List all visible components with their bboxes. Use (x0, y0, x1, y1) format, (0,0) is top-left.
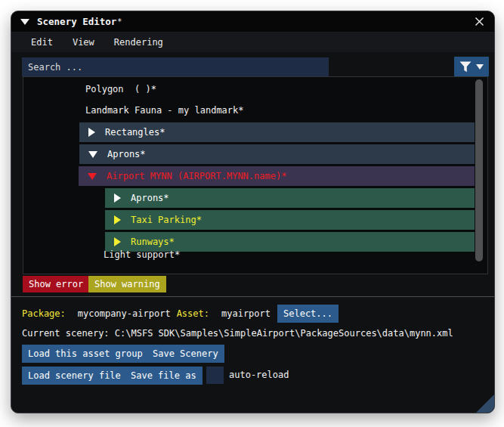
filter-funnel-icon (459, 61, 472, 73)
tree-scrollbar-thumb[interactable] (475, 79, 483, 261)
auto-reload-label: auto-reload (229, 370, 289, 380)
filter-dropdown-icon (476, 64, 484, 70)
package-info-row: Package: mycompany-airport Asset: myairp… (22, 307, 271, 320)
tree-group-label: Taxi Parking* (131, 215, 202, 225)
expand-arrow-icon[interactable] (114, 237, 121, 246)
tree-item-landmark-fauna[interactable]: Landmark Fauna - my landmark* (85, 105, 244, 116)
tree-group-rectangles[interactable]: Rectangles* (79, 122, 475, 142)
modified-marker: * (117, 17, 122, 26)
resize-grip[interactable] (475, 394, 495, 413)
expand-arrow-icon[interactable] (114, 215, 121, 224)
tree-item-polygon[interactable]: Polygon ( )* (85, 84, 156, 94)
search-input[interactable] (22, 57, 329, 76)
window-collapse-arrow-icon[interactable] (20, 19, 29, 25)
tree-group-label: Airport MYNN (AIRPORT.MYNN.name)* (107, 171, 286, 181)
auto-reload-checkbox[interactable] (206, 367, 224, 384)
menu-rendering[interactable]: Rendering (114, 37, 163, 48)
tree-group-aprons[interactable]: Aprons* (79, 144, 475, 164)
tree-group-airport-mynn[interactable]: Airport MYNN (AIRPORT.MYNN.name)* (79, 166, 475, 186)
window-title: Scenery Editor (37, 16, 116, 27)
package-value: mycompany-airport (78, 308, 171, 319)
menu-bar: Edit View Rendering (11, 32, 494, 52)
title-bar: Scenery Editor* (11, 11, 494, 32)
tree-group-taxi-parking[interactable]: Taxi Parking* (105, 210, 475, 230)
asset-value: myairport (221, 308, 271, 319)
load-asset-group-button[interactable]: Load this asset group (22, 345, 149, 363)
footer-divider (11, 296, 494, 297)
tree-group-label: Rectangles* (105, 127, 165, 138)
load-scenery-file-button[interactable]: Load scenery file (22, 367, 127, 385)
asset-label: Asset: (177, 308, 209, 319)
tree-group-label: Aprons* (107, 149, 146, 159)
expand-arrow-icon[interactable] (114, 193, 121, 203)
close-button[interactable] (473, 16, 485, 28)
tree-group-label: Aprons* (131, 193, 169, 203)
tree-group-airport-aprons[interactable]: Aprons* (105, 188, 475, 208)
menu-view[interactable]: View (73, 37, 94, 48)
scenery-tree-panel: Polygon ( )* Landmark Fauna - my landmar… (23, 76, 488, 274)
tree-item-light-support[interactable]: Light support* (104, 249, 180, 260)
filter-button[interactable] (454, 57, 489, 76)
tree-group-label: Runways* (131, 237, 175, 247)
save-file-as-button[interactable]: Save file as (125, 367, 203, 385)
menu-edit[interactable]: Edit (31, 37, 53, 48)
select-asset-button[interactable]: Select... (277, 305, 339, 323)
scenery-editor-window: Scenery Editor* Edit View Rendering Poly… (11, 11, 495, 413)
package-label: Package: (22, 308, 66, 319)
collapse-arrow-icon[interactable] (88, 151, 97, 158)
show-error-button[interactable]: Show error (23, 276, 89, 292)
expand-arrow-icon[interactable] (88, 128, 95, 137)
show-warning-button[interactable]: Show warning (88, 276, 166, 292)
close-icon (475, 17, 484, 26)
current-scenery-path: Current scenery: C:\MSFS SDK\Samples\Sim… (22, 328, 453, 339)
collapse-arrow-icon[interactable] (88, 173, 97, 180)
save-scenery-button[interactable]: Save Scenery (147, 345, 224, 363)
tree-item-control-tower[interactable]: Control tower* (110, 266, 219, 274)
